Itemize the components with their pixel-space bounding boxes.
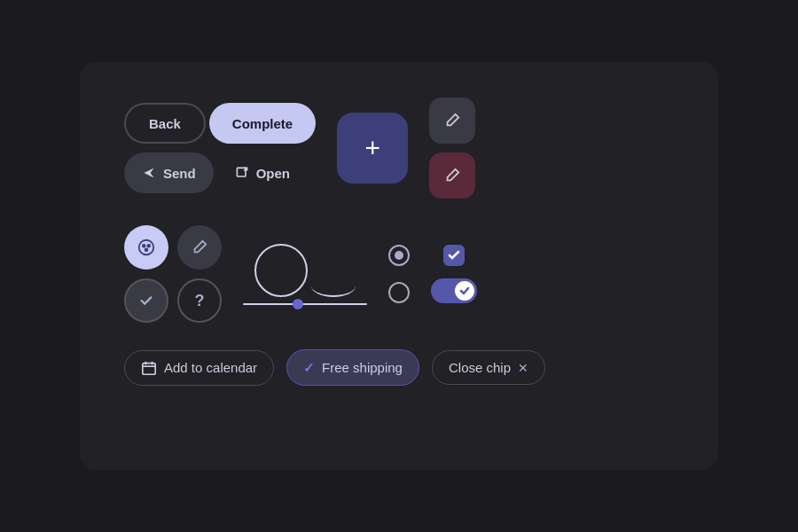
send-button[interactable]: Send bbox=[124, 153, 214, 193]
send-label: Send bbox=[163, 166, 196, 181]
chips-row: Add to calendar ✓ Free shipping Close ch… bbox=[124, 349, 674, 386]
svg-point-4 bbox=[145, 248, 148, 251]
back-label: Back bbox=[149, 116, 181, 131]
svg-rect-5 bbox=[143, 363, 155, 374]
toggle-knob bbox=[455, 281, 474, 301]
add-to-calendar-chip[interactable]: Add to calendar bbox=[124, 350, 274, 386]
question-mark: ? bbox=[195, 292, 205, 310]
close-chip-label: Close chip bbox=[449, 360, 511, 375]
open-icon bbox=[235, 166, 249, 180]
edit-button-2[interactable] bbox=[429, 153, 475, 199]
complete-label: Complete bbox=[232, 116, 293, 131]
calendar-chip-label: Add to calendar bbox=[164, 360, 257, 375]
add-big-button[interactable]: + bbox=[337, 113, 408, 184]
slider-thumb[interactable] bbox=[293, 299, 303, 309]
controls-row: ? bbox=[124, 225, 674, 323]
checkbox-group bbox=[431, 245, 477, 303]
calendar-icon bbox=[141, 360, 157, 376]
radio-group bbox=[388, 245, 410, 303]
palette-button[interactable] bbox=[124, 225, 168, 270]
buttons-left-group: Back Complete Send bbox=[124, 103, 316, 193]
edit-button-1[interactable] bbox=[429, 98, 475, 144]
button-row-top: Back Complete bbox=[124, 103, 316, 144]
svg-point-2 bbox=[143, 245, 145, 247]
plus-icon: + bbox=[364, 133, 380, 163]
open-label: Open bbox=[256, 166, 290, 181]
free-shipping-label: Free shipping bbox=[322, 360, 403, 375]
sketch-curve bbox=[311, 275, 356, 297]
pencil-icon-2 bbox=[444, 168, 460, 184]
checkmark-icon bbox=[448, 249, 460, 262]
circle-buttons-group: ? bbox=[124, 225, 222, 323]
check-symbol: ✓ bbox=[303, 359, 315, 376]
button-row-bottom: Send Open bbox=[124, 153, 316, 193]
svg-rect-0 bbox=[237, 168, 246, 176]
pencil-circle-icon bbox=[192, 239, 207, 255]
toggle-check-icon bbox=[459, 286, 470, 296]
slider-track bbox=[243, 303, 367, 305]
free-shipping-chip[interactable]: ✓ Free shipping bbox=[286, 349, 419, 386]
sketch-slider[interactable] bbox=[243, 303, 367, 305]
close-x-icon: ✕ bbox=[518, 361, 528, 375]
close-chip[interactable]: Close chip ✕ bbox=[432, 350, 545, 385]
palette-icon bbox=[137, 238, 156, 257]
check-circle-button[interactable] bbox=[124, 278, 168, 323]
check-circle-icon bbox=[138, 293, 154, 309]
complete-button[interactable]: Complete bbox=[209, 103, 316, 144]
checkbox-checked[interactable] bbox=[443, 245, 465, 266]
sketch-circle bbox=[254, 244, 308, 297]
question-circle-button[interactable]: ? bbox=[177, 278, 222, 323]
send-icon bbox=[142, 166, 156, 180]
sketch-area bbox=[243, 244, 367, 305]
toggle-on[interactable] bbox=[431, 278, 477, 303]
main-canvas: Back Complete Send bbox=[80, 62, 718, 470]
icon-buttons-group bbox=[429, 98, 475, 199]
radio-unselected[interactable] bbox=[388, 282, 410, 303]
back-button[interactable]: Back bbox=[124, 103, 206, 144]
edit-circle-button[interactable] bbox=[177, 225, 222, 270]
radio-inner bbox=[395, 251, 403, 260]
open-button[interactable]: Open bbox=[217, 153, 308, 193]
svg-point-1 bbox=[139, 240, 154, 255]
pencil-icon bbox=[444, 113, 460, 129]
radio-selected[interactable] bbox=[388, 245, 410, 266]
button-row: Back Complete Send bbox=[124, 98, 674, 199]
svg-point-3 bbox=[147, 245, 150, 247]
